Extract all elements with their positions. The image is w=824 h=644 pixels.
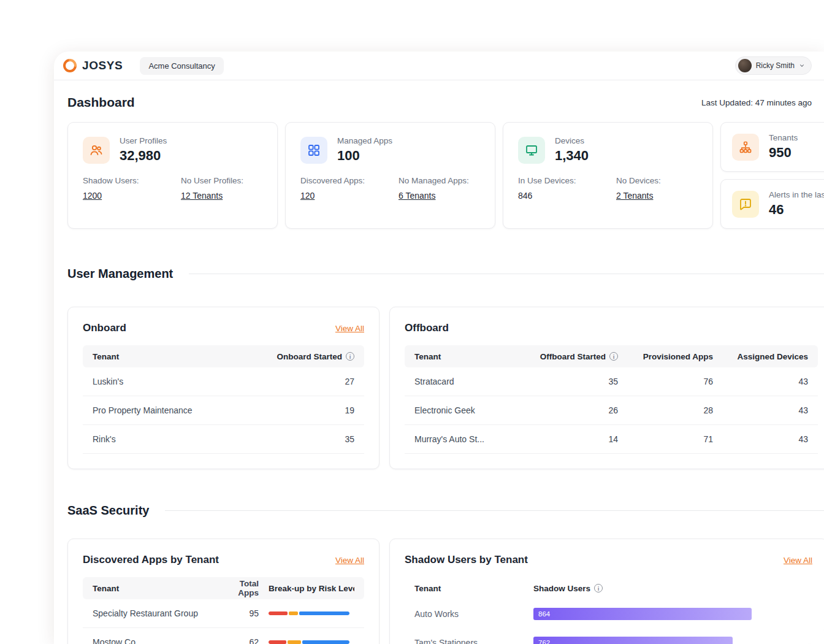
risk-high-segment — [269, 611, 288, 615]
stat-value: 46 — [769, 202, 824, 218]
shadow-users-bar: 864 — [533, 608, 752, 620]
table-row[interactable]: Pro Property Maintenance 19 — [83, 396, 364, 425]
column-header: Assigned Devices — [713, 352, 808, 361]
table-row[interactable]: Luskin's 27 — [83, 367, 364, 396]
user-profiles-icon — [83, 137, 110, 164]
risk-medium-segment — [289, 611, 298, 615]
value-cell: 76 — [618, 377, 713, 386]
section-divider — [189, 274, 824, 274]
table-row[interactable]: Murray's Auto St... 14 71 43 — [405, 425, 818, 454]
table-header: Tenant Shadow Users i — [405, 577, 812, 599]
value-cell: 19 — [262, 405, 354, 415]
table-header: Tenant Onboard Started i — [83, 345, 364, 367]
risk-high-segment — [269, 640, 286, 644]
table-row[interactable]: Stratacard 35 76 43 — [405, 367, 818, 396]
info-icon[interactable]: i — [346, 352, 354, 361]
tenant-cell: Murray's Auto St... — [414, 434, 523, 444]
section-divider — [165, 510, 824, 511]
value-cell: 62 — [219, 637, 259, 644]
column-header: Onboard Started — [277, 352, 342, 361]
info-icon[interactable]: i — [594, 584, 603, 592]
stat-label: User Profiles — [120, 136, 167, 145]
value-cell: 26 — [523, 405, 618, 415]
column-header: Tenant — [414, 584, 533, 593]
page-header: Dashboard Last Updated: 47 minutes ago — [54, 80, 824, 122]
value-cell: 35 — [262, 434, 354, 444]
dashboard-window: JOSYS Acme Consultancy Ricky Smith Dashb… — [54, 52, 824, 644]
devices-icon — [518, 137, 545, 164]
table-row[interactable]: Specialty Restaurant Group 95 — [83, 599, 364, 628]
tenants-icon — [732, 134, 759, 161]
value-cell: 14 — [523, 434, 618, 444]
value-cell: 43 — [713, 377, 808, 386]
value-cell: 28 — [618, 405, 713, 415]
value-cell: 43 — [713, 434, 808, 444]
risk-medium-segment — [288, 640, 301, 644]
josys-logo-icon — [63, 58, 77, 73]
top-bar: JOSYS Acme Consultancy Ricky Smith — [54, 52, 824, 80]
table-row[interactable]: Tam's Stationers 762 — [405, 628, 812, 644]
value-cell: 43 — [713, 405, 808, 415]
sub-label: In Use Devices: — [518, 176, 616, 185]
column-header: Tenant — [93, 584, 210, 593]
shadow-users-bar: 762 — [533, 637, 733, 644]
table-row[interactable]: Rink's 35 — [83, 425, 364, 454]
sub-label: No Devices: — [616, 176, 698, 185]
tenant-cell: Rink's — [93, 434, 262, 444]
tenant-cell: Specialty Restaurant Group — [93, 608, 210, 618]
column-header: Break-up by Risk Level — [269, 584, 354, 593]
table-row[interactable]: Electronic Geek 26 28 43 — [405, 396, 818, 425]
card-title: Shadow Users by Tenant — [405, 554, 528, 566]
stat-label: Managed Apps — [337, 136, 392, 145]
discovered-apps-link[interactable]: 120 — [300, 191, 399, 201]
column-header: Shadow Users — [533, 584, 590, 593]
stat-value: 950 — [769, 145, 798, 161]
stat-label: Devices — [555, 136, 589, 145]
shadow-view-all-link[interactable]: View All — [784, 556, 812, 565]
section-user-management: User Management — [67, 267, 824, 281]
risk-low-segment — [302, 640, 349, 644]
tenant-cell: Tam's Stationers — [414, 638, 533, 644]
org-switcher[interactable]: Acme Consultancy — [140, 57, 223, 75]
value-cell: 27 — [262, 377, 354, 386]
table-row[interactable]: Mostow Co. 62 — [83, 628, 364, 644]
sub-label: No Managed Apps: — [399, 176, 480, 185]
info-icon[interactable]: i — [609, 352, 618, 361]
value-cell: 71 — [618, 434, 713, 444]
table-row[interactable]: Auto Works 864 — [405, 599, 812, 628]
bar-value-label: 762 — [538, 639, 550, 644]
column-header: Tenant — [93, 352, 262, 361]
stat-card-tenants: Tenants 950 — [720, 122, 824, 172]
stat-value: 1,340 — [555, 148, 589, 164]
tenant-cell: Auto Works — [414, 609, 533, 619]
user-name: Ricky Smith — [756, 61, 795, 70]
brand-name: JOSYS — [82, 59, 123, 72]
alerts-icon — [732, 191, 759, 218]
josys-logo[interactable]: JOSYS — [63, 58, 123, 73]
shadow-users-link[interactable]: 1200 — [83, 191, 181, 201]
stat-card-managed-apps: Managed Apps 100 Discovered Apps: 120 No… — [285, 122, 495, 229]
sub-label: Discovered Apps: — [300, 176, 399, 185]
stat-card-user-profiles: User Profiles 32,980 Shadow Users: 1200 … — [67, 122, 278, 229]
no-devices-link[interactable]: 2 Tenants — [616, 191, 698, 201]
last-updated-text: Last Updated: 47 minutes ago — [701, 98, 812, 107]
stat-label: Alerts in the last — [769, 190, 824, 199]
chevron-down-icon — [799, 63, 805, 69]
in-use-devices-value: 846 — [518, 191, 616, 201]
table-header: Tenant Total Apps Break-up by Risk Level — [83, 577, 364, 599]
onboard-view-all-link[interactable]: View All — [335, 324, 364, 333]
discovered-view-all-link[interactable]: View All — [335, 556, 364, 565]
stat-card-devices: Devices 1,340 In Use Devices: 846 No Dev… — [503, 122, 713, 229]
user-menu[interactable]: Ricky Smith — [735, 56, 812, 75]
no-managed-apps-link[interactable]: 6 Tenants — [399, 191, 480, 201]
stat-label: Tenants — [769, 133, 798, 142]
saas-security-cards: Discovered Apps by Tenant View All Tenan… — [67, 539, 824, 644]
onboard-card: Onboard View All Tenant Onboard Started … — [67, 307, 380, 469]
value-cell: 95 — [219, 608, 259, 618]
tenant-cell: Luskin's — [93, 377, 262, 386]
stats-mini-column: Tenants 950 Alerts in the last 46 — [720, 122, 824, 229]
no-user-profiles-link[interactable]: 12 Tenants — [181, 191, 262, 201]
risk-low-segment — [299, 611, 349, 615]
managed-apps-icon — [300, 137, 327, 164]
offboard-card: Offboard Tenant Offboard Started i Provi… — [389, 307, 824, 469]
